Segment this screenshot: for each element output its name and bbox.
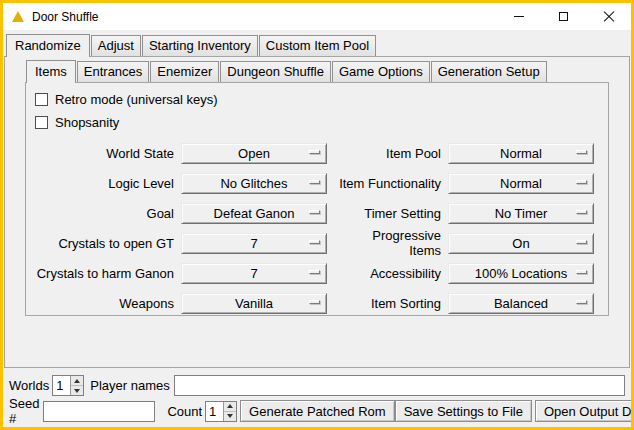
retro-mode-checkbox[interactable]: Retro mode (universal keys) <box>26 88 608 111</box>
item-functionality-value: Normal <box>500 176 542 191</box>
settings-row: Logic Level No Glitches Item Functionali… <box>26 168 608 198</box>
seed-label: Seed # <box>9 396 39 426</box>
maximize-icon <box>559 12 568 21</box>
accessibility-dropdown[interactable]: 100% Locations <box>448 263 594 284</box>
worlds-spin-buttons <box>70 376 83 395</box>
tab-game-options[interactable]: Game Options <box>332 61 430 82</box>
progressive-items-dropdown[interactable]: On <box>448 233 594 254</box>
count-spinner[interactable] <box>205 401 237 422</box>
timer-setting-dropdown[interactable]: No Timer <box>448 203 594 224</box>
goal-label: Goal <box>26 206 174 221</box>
title-bar: Door Shuffle <box>3 3 631 30</box>
dropdown-indicator-icon <box>576 240 587 244</box>
arrow-up-icon <box>227 404 233 408</box>
tab-randomize[interactable]: Randomize <box>6 34 90 57</box>
player-names-label: Player names <box>90 378 169 393</box>
item-sorting-value: Balanced <box>494 296 548 311</box>
spin-up-button[interactable] <box>71 376 83 386</box>
door-shuffle-window: Door Shuffle Randomize Adjust Starting I… <box>0 0 634 430</box>
app-icon <box>12 11 24 22</box>
settings-grid: World State Open Item Pool Normal Logic … <box>26 138 608 318</box>
dropdown-indicator-icon <box>576 180 587 184</box>
settings-row: World State Open Item Pool Normal <box>26 138 608 168</box>
dropdown-indicator-icon <box>576 150 587 154</box>
inner-tab-bar: Items Entrances Enemizer Dungeon Shuffle… <box>25 60 609 82</box>
seed-input[interactable] <box>43 401 155 422</box>
outer-tab-bar: Randomize Adjust Starting Inventory Cust… <box>3 30 631 56</box>
checkbox-box-icon <box>35 93 48 106</box>
dropdown-indicator-icon <box>309 300 320 304</box>
tab-starting-inventory[interactable]: Starting Inventory <box>142 35 258 56</box>
dropdown-indicator-icon <box>576 300 587 304</box>
player-names-input[interactable] <box>174 375 625 396</box>
dropdown-indicator-icon <box>309 150 320 154</box>
logic-level-dropdown[interactable]: No Glitches <box>181 173 327 194</box>
spin-down-button[interactable] <box>71 386 83 395</box>
weapons-dropdown[interactable]: Vanilla <box>181 293 327 314</box>
retro-mode-label: Retro mode (universal keys) <box>55 92 218 107</box>
dropdown-indicator-icon <box>309 210 320 214</box>
arrow-down-icon <box>74 389 80 393</box>
maximize-button[interactable] <box>541 3 586 30</box>
weapons-value: Vanilla <box>235 296 273 311</box>
tab-generation-setup[interactable]: Generation Setup <box>431 61 547 82</box>
goal-dropdown[interactable]: Defeat Ganon <box>181 203 327 224</box>
crystals-gt-dropdown[interactable]: 7 <box>181 233 327 254</box>
worlds-spinner[interactable] <box>52 375 84 396</box>
world-state-label: World State <box>26 146 174 161</box>
count-label: Count <box>167 404 202 419</box>
crystals-ganon-value: 7 <box>250 266 257 281</box>
settings-row: Crystals to open GT 7 Progressive Items … <box>26 228 608 258</box>
inner-notebook: Items Entrances Enemizer Dungeon Shuffle… <box>25 60 609 316</box>
goal-value: Defeat Ganon <box>214 206 295 221</box>
progressive-items-label: Progressive Items <box>339 228 441 258</box>
generation-bar: Seed # Count Generate Patched Rom Save S… <box>9 400 625 422</box>
dropdown-indicator-icon <box>576 270 587 274</box>
item-functionality-label: Item Functionality <box>339 176 441 191</box>
minimize-button[interactable] <box>496 3 541 30</box>
item-functionality-dropdown[interactable]: Normal <box>448 173 594 194</box>
item-pool-value: Normal <box>500 146 542 161</box>
crystals-gt-label: Crystals to open GT <box>26 236 174 251</box>
tab-items[interactable]: Items <box>26 60 76 83</box>
shopsanity-checkbox[interactable]: Shopsanity <box>26 111 608 134</box>
close-icon <box>603 11 615 23</box>
crystals-gt-value: 7 <box>250 236 257 251</box>
accessibility-label: Accessibility <box>339 266 441 281</box>
settings-row: Goal Defeat Ganon Timer Setting No Timer <box>26 198 608 228</box>
close-button[interactable] <box>586 3 631 30</box>
generate-button[interactable]: Generate Patched Rom <box>240 400 395 422</box>
item-pool-dropdown[interactable]: Normal <box>448 143 594 164</box>
open-output-button[interactable]: Open Output Directory <box>535 400 634 422</box>
worlds-label: Worlds <box>9 378 49 393</box>
window-title: Door Shuffle <box>32 10 99 24</box>
crystals-ganon-label: Crystals to harm Ganon <box>26 266 174 281</box>
settings-row: Weapons Vanilla Item Sorting Balanced <box>26 288 608 318</box>
logic-level-label: Logic Level <box>26 176 174 191</box>
count-spin-buttons <box>223 402 236 421</box>
count-input[interactable] <box>206 402 223 421</box>
save-settings-button[interactable]: Save Settings to File <box>395 400 532 422</box>
item-sorting-label: Item Sorting <box>339 296 441 311</box>
tab-dungeon-shuffle[interactable]: Dungeon Shuffle <box>220 61 331 82</box>
crystals-ganon-dropdown[interactable]: 7 <box>181 263 327 284</box>
timer-setting-label: Timer Setting <box>339 206 441 221</box>
minimize-icon <box>514 16 524 17</box>
worlds-input[interactable] <box>53 376 70 395</box>
settings-row: Crystals to harm Ganon 7 Accessibility 1… <box>26 258 608 288</box>
tab-enemizer[interactable]: Enemizer <box>150 61 219 82</box>
tab-entrances[interactable]: Entrances <box>77 61 150 82</box>
world-state-value: Open <box>238 146 270 161</box>
dropdown-indicator-icon <box>309 270 320 274</box>
tab-custom-item-pool[interactable]: Custom Item Pool <box>259 35 376 56</box>
spin-up-button[interactable] <box>224 402 236 412</box>
tab-adjust[interactable]: Adjust <box>91 35 141 56</box>
randomize-pane: Items Entrances Enemizer Dungeon Shuffle… <box>4 56 630 368</box>
dropdown-indicator-icon <box>309 240 320 244</box>
dropdown-indicator-icon <box>576 210 587 214</box>
world-state-dropdown[interactable]: Open <box>181 143 327 164</box>
spin-down-button[interactable] <box>224 412 236 421</box>
item-sorting-dropdown[interactable]: Balanced <box>448 293 594 314</box>
arrow-up-icon <box>74 379 80 383</box>
timer-setting-value: No Timer <box>495 206 548 221</box>
